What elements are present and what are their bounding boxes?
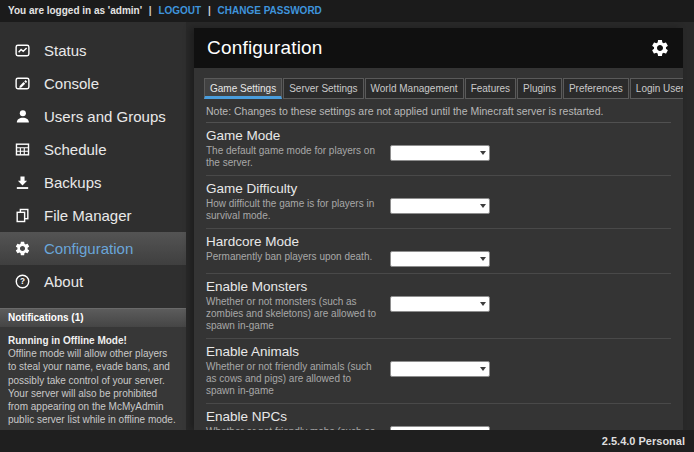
sidebar-item-label: File Manager (44, 207, 132, 224)
tab-bar: Game Settings Server Settings World Mana… (204, 78, 673, 99)
notifications-body: Running in Offline Mode! Offline mode wi… (0, 327, 186, 430)
setting-title: Enable Animals (206, 343, 671, 360)
setting-row-enable-monsters: Enable Monsters Whether or not monsters … (206, 274, 671, 339)
sidebar-item-backups[interactable]: Backups (0, 166, 186, 199)
panel-header: Configuration (194, 28, 683, 68)
notification-title: Running in Offline Mode! (8, 334, 178, 347)
setting-description: Whether or not monsters (such as zombies… (206, 296, 381, 332)
separator: | (149, 5, 152, 16)
setting-description: How difficult the game is for players in… (206, 198, 381, 222)
sidebar-item-about[interactable]: ? About (0, 265, 186, 298)
chevron-down-icon (480, 204, 486, 208)
sidebar-item-label: Schedule (44, 141, 107, 158)
setting-description: The default game mode for players on the… (206, 145, 381, 169)
tab-features[interactable]: Features (465, 78, 516, 99)
enable-monsters-select[interactable] (390, 296, 490, 312)
chevron-down-icon (480, 151, 486, 155)
users-icon (14, 108, 31, 125)
status-chart-icon (14, 42, 31, 59)
tab-game-settings[interactable]: Game Settings (204, 78, 282, 99)
setting-title: Hardcore Mode (206, 233, 671, 250)
page-title: Configuration (207, 37, 323, 59)
sidebar-item-label: Configuration (44, 240, 133, 257)
sidebar-item-label: About (44, 273, 83, 290)
setting-row-hardcore-mode: Hardcore Mode Permanently ban players up… (206, 229, 671, 274)
tab-preferences[interactable]: Preferences (563, 78, 629, 99)
game-difficulty-select[interactable] (390, 198, 490, 214)
tab-login-users[interactable]: Login Users (630, 78, 683, 99)
setting-title: Enable NPCs (206, 408, 671, 425)
setting-description: Whether or not friendly animals (such as… (206, 361, 381, 397)
sidebar-item-schedule[interactable]: Schedule (0, 133, 186, 166)
enable-animals-select[interactable] (390, 361, 490, 377)
change-password-link[interactable]: CHANGE PASSWORD (218, 5, 322, 16)
schedule-icon (14, 141, 31, 158)
console-icon (14, 75, 31, 92)
sidebar-item-label: Console (44, 75, 99, 92)
sidebar-item-label: Status (44, 42, 87, 59)
restart-note: Note: Changes to these settings are not … (206, 99, 671, 123)
footer: 2.5.4.0 Personal (0, 430, 694, 452)
tab-label: Plugins (523, 83, 556, 94)
sidebar: Status Console Users and Groups Schedule… (0, 22, 186, 430)
sidebar-item-label: Users and Groups (44, 108, 166, 125)
notification-text: Offline mode will allow other players to… (8, 347, 178, 426)
sidebar-item-console[interactable]: Console (0, 67, 186, 100)
logged-in-text: You are logged in as 'admin' (8, 5, 142, 16)
logout-link[interactable]: LOGOUT (158, 5, 201, 16)
chevron-down-icon (480, 257, 486, 261)
mcmyadmin-app: You are logged in as 'admin' | LOGOUT | … (0, 0, 694, 452)
setting-row-enable-npcs: Enable NPCs Whether or not friendly mobs… (206, 404, 671, 430)
sidebar-item-status[interactable]: Status (0, 34, 186, 67)
setting-description: Permanently ban players upon death. (206, 251, 381, 263)
sidebar-nav: Status Console Users and Groups Schedule… (0, 22, 186, 298)
settings-list: Game Mode The default game mode for play… (206, 123, 671, 430)
gear-icon[interactable] (650, 38, 670, 58)
tab-label: Preferences (569, 83, 623, 94)
tab-world-management[interactable]: World Management (365, 78, 464, 99)
setting-title: Game Difficulty (206, 180, 671, 197)
setting-row-game-mode: Game Mode The default game mode for play… (206, 123, 671, 176)
sidebar-item-configuration[interactable]: Configuration (0, 232, 186, 265)
game-mode-select[interactable] (390, 145, 490, 161)
sidebar-item-users-and-groups[interactable]: Users and Groups (0, 100, 186, 133)
file-manager-icon (14, 207, 31, 224)
setting-row-game-difficulty: Game Difficulty How difficult the game i… (206, 176, 671, 229)
about-icon: ? (14, 273, 31, 290)
gear-icon (14, 240, 31, 257)
notifications-header: Notifications (1) (0, 308, 186, 327)
chevron-down-icon (480, 367, 486, 371)
chevron-down-icon (480, 302, 486, 306)
sidebar-item-label: Backups (44, 174, 102, 191)
tab-server-settings[interactable]: Server Settings (283, 78, 363, 99)
backups-icon (14, 174, 31, 191)
topbar: You are logged in as 'admin' | LOGOUT | … (0, 0, 694, 22)
tab-plugins[interactable]: Plugins (517, 78, 562, 99)
setting-title: Game Mode (206, 127, 671, 144)
tab-label: Game Settings (210, 83, 276, 94)
configuration-panel: Configuration Game Settings Server Setti… (194, 28, 683, 430)
sidebar-item-file-manager[interactable]: File Manager (0, 199, 186, 232)
hardcore-mode-select[interactable] (390, 251, 490, 267)
tab-label: Features (471, 83, 510, 94)
tab-label: World Management (371, 83, 458, 94)
svg-text:?: ? (20, 277, 25, 286)
setting-title: Enable Monsters (206, 278, 671, 295)
version-label: 2.5.4.0 Personal (602, 435, 685, 447)
separator: | (208, 5, 211, 16)
setting-row-enable-animals: Enable Animals Whether or not friendly a… (206, 339, 671, 404)
tab-label: Server Settings (289, 83, 357, 94)
tab-label: Login Users (636, 83, 683, 94)
